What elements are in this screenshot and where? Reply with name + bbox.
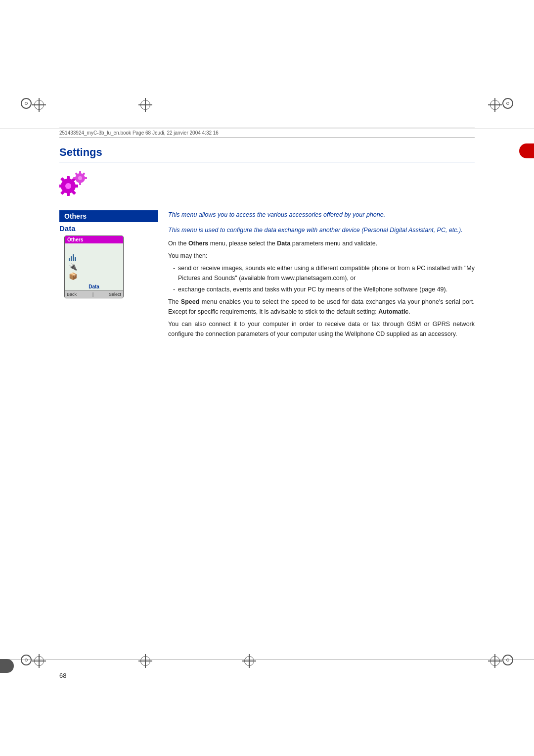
phone-softkeys: Back || Select (65, 290, 123, 298)
data-bold: Data (277, 240, 290, 247)
bullet-item-1: send or receive images, sounds etc eithe… (173, 264, 475, 283)
speed-paragraph: The Speed menu enables you to select the… (168, 297, 475, 317)
gear-svg-icon (59, 171, 99, 201)
phone-screen-icons: 🔌 📦 (66, 252, 122, 282)
connector-icon: 🔌 (69, 263, 77, 271)
phone-screen-mockup: Others (64, 236, 124, 298)
automatic-bold: Automatic (378, 308, 408, 315)
reg-mark-top-left-1 (32, 98, 46, 112)
softkey-divider: || (91, 292, 94, 297)
svg-rect-12 (79, 171, 81, 174)
content-columns: Others Data Others (59, 210, 475, 342)
bottom-rule (0, 659, 534, 660)
phone-screen-header: Others (65, 236, 123, 243)
reg-mark-top-left-2 (138, 98, 152, 112)
side-dot-right (519, 143, 534, 158)
corner-circle-bl (21, 655, 32, 665)
svg-rect-14 (84, 177, 87, 179)
data-description: This menu is used to configure the data … (168, 226, 475, 235)
svg-rect-4 (74, 185, 78, 188)
svg-rect-2 (67, 176, 70, 180)
others-header: Others (59, 210, 158, 222)
side-dot-left (0, 659, 14, 673)
gear-icon-area (59, 171, 475, 202)
print-info-bar: 251433924_myC-3b_lu_en.book Page 68 Jeud… (59, 128, 475, 138)
page-title: Settings (59, 146, 475, 162)
transfer-icon: 📦 (69, 272, 77, 280)
body-paragraph-2: You may then: (168, 251, 475, 261)
data-heading: Data (59, 224, 158, 233)
softkey-back[interactable]: Back (67, 292, 77, 297)
others-bold: Others (188, 240, 208, 247)
main-content: Settings (59, 146, 475, 657)
svg-point-11 (78, 176, 82, 180)
reg-mark-bottom-left-1 (32, 654, 46, 668)
phone-screen-label: Data (65, 283, 123, 290)
page-number: 68 (59, 672, 66, 679)
corner-circle-tr (502, 98, 513, 109)
body-paragraph-1: On the Others menu, please select the Da… (168, 239, 475, 248)
bar-chart-icon (69, 254, 76, 261)
phone-screen-body: 🔌 📦 (65, 243, 123, 283)
svg-point-1 (65, 183, 71, 189)
corner-circle-br (502, 655, 513, 665)
svg-rect-15 (73, 177, 76, 179)
connection-paragraph: You can also connect it to your computer… (168, 320, 475, 339)
svg-rect-3 (67, 192, 70, 196)
softkey-select[interactable]: Select (109, 292, 121, 297)
bullet-list: send or receive images, sounds etc eithe… (173, 264, 475, 294)
svg-rect-13 (79, 182, 81, 185)
reg-mark-bottom-right (488, 654, 502, 668)
phone-icon-row-3: 📦 (69, 272, 119, 280)
phone-icon-row-1 (69, 254, 119, 261)
bullet-item-2: exchange contacts, events and tasks with… (173, 285, 475, 294)
phone-icon-row-2: 🔌 (69, 263, 119, 271)
speed-bold: Speed (181, 298, 200, 305)
reg-mark-top-right (488, 98, 502, 112)
left-column: Others Data Others (59, 210, 158, 298)
print-info-text: 251433924_myC-3b_lu_en.book Page 68 Jeud… (59, 130, 219, 136)
svg-rect-5 (59, 185, 62, 188)
right-column: This menu allows you to access the vario… (158, 210, 475, 342)
others-description: This menu allows you to access the vario… (168, 210, 475, 220)
corner-circle-tl (21, 98, 32, 109)
